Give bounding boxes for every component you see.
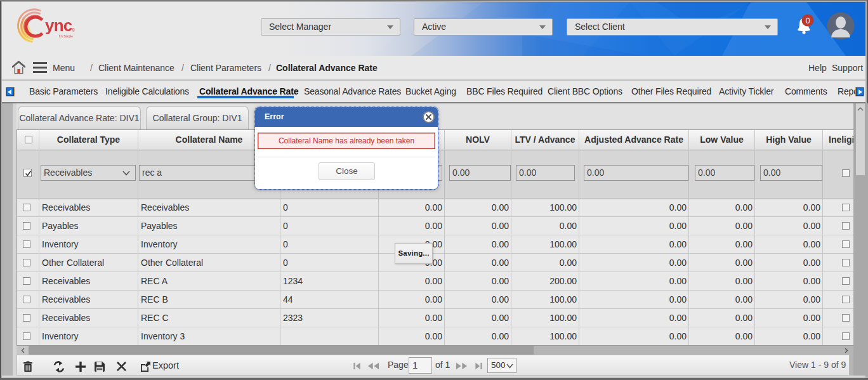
svg-text:®: ®	[72, 28, 76, 32]
svg-text:0: 0	[805, 16, 810, 25]
svg-text:ync: ync	[45, 16, 72, 35]
svg-text:It's Simple: It's Simple	[59, 35, 73, 38]
